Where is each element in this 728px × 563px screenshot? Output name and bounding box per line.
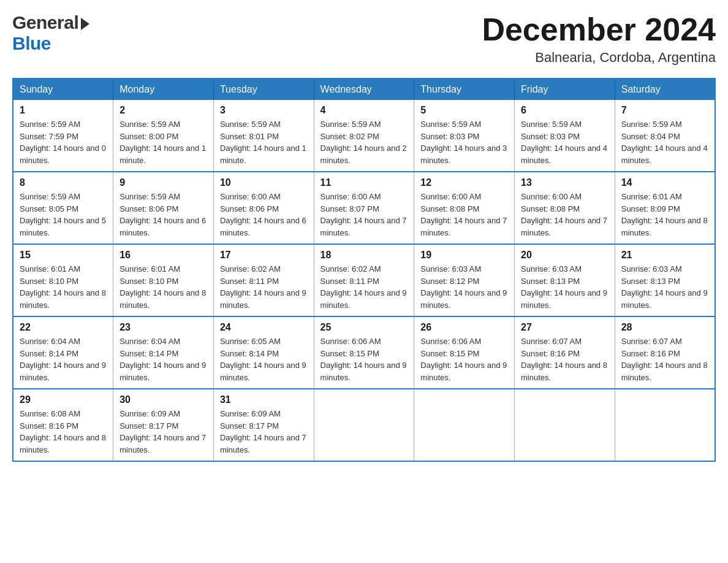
weekday-header-sunday: Sunday — [13, 79, 113, 100]
day-info: Sunrise: 5:59 AMSunset: 8:02 PMDaylight:… — [320, 118, 408, 166]
calendar-cell: 1 Sunrise: 5:59 AMSunset: 7:59 PMDayligh… — [13, 100, 113, 172]
logo-arrow — [81, 18, 89, 30]
day-number: 27 — [521, 322, 609, 333]
calendar-cell: 8 Sunrise: 5:59 AMSunset: 8:05 PMDayligh… — [13, 172, 113, 244]
page-header: General Blue December 2024 Balnearia, Co… — [12, 12, 716, 66]
calendar-cell: 14 Sunrise: 6:01 AMSunset: 8:09 PMDaylig… — [615, 172, 715, 244]
day-info: Sunrise: 6:03 AMSunset: 8:13 PMDaylight:… — [621, 263, 708, 311]
calendar-week-row: 8 Sunrise: 5:59 AMSunset: 8:05 PMDayligh… — [13, 172, 715, 244]
location-title: Balnearia, Cordoba, Argentina — [482, 50, 716, 66]
calendar-cell: 3 Sunrise: 5:59 AMSunset: 8:01 PMDayligh… — [213, 100, 314, 172]
calendar-cell: 12 Sunrise: 6:00 AMSunset: 8:08 PMDaylig… — [414, 172, 515, 244]
day-info: Sunrise: 6:00 AMSunset: 8:06 PMDaylight:… — [220, 191, 308, 239]
day-info: Sunrise: 6:03 AMSunset: 8:12 PMDaylight:… — [420, 263, 508, 311]
day-number: 5 — [420, 105, 508, 116]
day-info: Sunrise: 6:09 AMSunset: 8:17 PMDaylight:… — [119, 408, 207, 456]
day-info: Sunrise: 5:59 AMSunset: 8:05 PMDaylight:… — [20, 191, 107, 239]
calendar-cell: 9 Sunrise: 5:59 AMSunset: 8:06 PMDayligh… — [113, 172, 214, 244]
calendar-week-row: 1 Sunrise: 5:59 AMSunset: 7:59 PMDayligh… — [13, 100, 715, 172]
weekday-header-thursday: Thursday — [414, 79, 515, 100]
day-number: 8 — [20, 177, 107, 188]
day-number: 6 — [521, 105, 609, 116]
day-info: Sunrise: 6:06 AMSunset: 8:15 PMDaylight:… — [320, 335, 408, 383]
calendar-week-row: 29 Sunrise: 6:08 AMSunset: 8:16 PMDaylig… — [13, 389, 715, 461]
day-number: 9 — [119, 177, 207, 188]
month-title: December 2024 — [482, 12, 716, 47]
logo: General Blue — [12, 12, 89, 54]
calendar-cell: 10 Sunrise: 6:00 AMSunset: 8:06 PMDaylig… — [213, 172, 314, 244]
day-info: Sunrise: 6:00 AMSunset: 8:08 PMDaylight:… — [521, 191, 609, 239]
day-info: Sunrise: 6:05 AMSunset: 8:14 PMDaylight:… — [220, 335, 308, 383]
day-number: 7 — [621, 105, 708, 116]
day-number: 21 — [621, 250, 708, 261]
day-info: Sunrise: 6:02 AMSunset: 8:11 PMDaylight:… — [220, 263, 308, 311]
logo-line1: General — [12, 12, 89, 33]
title-area: December 2024 Balnearia, Cordoba, Argent… — [482, 12, 716, 66]
day-number: 13 — [521, 177, 609, 188]
calendar-cell: 30 Sunrise: 6:09 AMSunset: 8:17 PMDaylig… — [113, 389, 214, 461]
day-info: Sunrise: 6:06 AMSunset: 8:15 PMDaylight:… — [420, 335, 508, 383]
calendar-cell: 4 Sunrise: 5:59 AMSunset: 8:02 PMDayligh… — [314, 100, 414, 172]
calendar-cell: 24 Sunrise: 6:05 AMSunset: 8:14 PMDaylig… — [213, 316, 314, 389]
day-number: 29 — [20, 394, 107, 405]
calendar-cell: 2 Sunrise: 5:59 AMSunset: 8:00 PMDayligh… — [113, 100, 214, 172]
calendar-cell: 17 Sunrise: 6:02 AMSunset: 8:11 PMDaylig… — [213, 244, 314, 316]
weekday-header-wednesday: Wednesday — [314, 79, 414, 100]
day-info: Sunrise: 5:59 AMSunset: 8:03 PMDaylight:… — [521, 118, 609, 166]
calendar-cell — [515, 389, 615, 461]
weekday-header-friday: Friday — [515, 79, 615, 100]
calendar-cell — [414, 389, 515, 461]
weekday-header-row: SundayMondayTuesdayWednesdayThursdayFrid… — [13, 79, 715, 100]
logo-blue-text: Blue — [12, 33, 51, 54]
day-number: 22 — [20, 322, 107, 333]
day-number: 28 — [621, 322, 708, 333]
day-number: 16 — [119, 250, 207, 261]
day-info: Sunrise: 5:59 AMSunset: 8:01 PMDaylight:… — [220, 118, 308, 166]
day-info: Sunrise: 6:07 AMSunset: 8:16 PMDaylight:… — [521, 335, 609, 383]
logo-line2: Blue — [12, 33, 89, 54]
calendar-cell: 22 Sunrise: 6:04 AMSunset: 8:14 PMDaylig… — [13, 316, 113, 389]
weekday-header-saturday: Saturday — [615, 79, 715, 100]
day-number: 15 — [20, 250, 107, 261]
day-info: Sunrise: 6:00 AMSunset: 8:07 PMDaylight:… — [320, 191, 408, 239]
calendar-cell: 7 Sunrise: 5:59 AMSunset: 8:04 PMDayligh… — [615, 100, 715, 172]
calendar-cell — [615, 389, 715, 461]
day-number: 25 — [320, 322, 408, 333]
day-info: Sunrise: 5:59 AMSunset: 7:59 PMDaylight:… — [20, 118, 107, 166]
day-number: 20 — [521, 250, 609, 261]
day-info: Sunrise: 6:04 AMSunset: 8:14 PMDaylight:… — [119, 335, 207, 383]
day-info: Sunrise: 6:00 AMSunset: 8:08 PMDaylight:… — [420, 191, 508, 239]
day-number: 19 — [420, 250, 508, 261]
day-number: 2 — [119, 105, 207, 116]
day-number: 30 — [119, 394, 207, 405]
calendar-cell: 5 Sunrise: 5:59 AMSunset: 8:03 PMDayligh… — [414, 100, 515, 172]
calendar-cell: 31 Sunrise: 6:09 AMSunset: 8:17 PMDaylig… — [213, 389, 314, 461]
day-number: 23 — [119, 322, 207, 333]
weekday-header-tuesday: Tuesday — [213, 79, 314, 100]
day-info: Sunrise: 6:02 AMSunset: 8:11 PMDaylight:… — [320, 263, 408, 311]
calendar-table: SundayMondayTuesdayWednesdayThursdayFrid… — [12, 78, 716, 462]
day-info: Sunrise: 6:07 AMSunset: 8:16 PMDaylight:… — [621, 335, 708, 383]
day-number: 10 — [220, 177, 308, 188]
calendar-cell: 23 Sunrise: 6:04 AMSunset: 8:14 PMDaylig… — [113, 316, 214, 389]
calendar-cell: 19 Sunrise: 6:03 AMSunset: 8:12 PMDaylig… — [414, 244, 515, 316]
day-info: Sunrise: 6:01 AMSunset: 8:10 PMDaylight:… — [119, 263, 207, 311]
day-number: 3 — [220, 105, 308, 116]
calendar-week-row: 22 Sunrise: 6:04 AMSunset: 8:14 PMDaylig… — [13, 316, 715, 389]
day-number: 18 — [320, 250, 408, 261]
day-number: 31 — [220, 394, 308, 405]
calendar-cell: 29 Sunrise: 6:08 AMSunset: 8:16 PMDaylig… — [13, 389, 113, 461]
day-number: 1 — [20, 105, 107, 116]
day-info: Sunrise: 5:59 AMSunset: 8:00 PMDaylight:… — [119, 118, 207, 166]
calendar-cell: 20 Sunrise: 6:03 AMSunset: 8:13 PMDaylig… — [515, 244, 615, 316]
day-info: Sunrise: 5:59 AMSunset: 8:03 PMDaylight:… — [420, 118, 508, 166]
calendar-cell: 28 Sunrise: 6:07 AMSunset: 8:16 PMDaylig… — [615, 316, 715, 389]
calendar-cell: 26 Sunrise: 6:06 AMSunset: 8:15 PMDaylig… — [414, 316, 515, 389]
day-number: 4 — [320, 105, 408, 116]
calendar-cell: 21 Sunrise: 6:03 AMSunset: 8:13 PMDaylig… — [615, 244, 715, 316]
calendar-cell: 15 Sunrise: 6:01 AMSunset: 8:10 PMDaylig… — [13, 244, 113, 316]
calendar-week-row: 15 Sunrise: 6:01 AMSunset: 8:10 PMDaylig… — [13, 244, 715, 316]
day-number: 17 — [220, 250, 308, 261]
calendar-cell: 6 Sunrise: 5:59 AMSunset: 8:03 PMDayligh… — [515, 100, 615, 172]
day-info: Sunrise: 6:01 AMSunset: 8:10 PMDaylight:… — [20, 263, 107, 311]
